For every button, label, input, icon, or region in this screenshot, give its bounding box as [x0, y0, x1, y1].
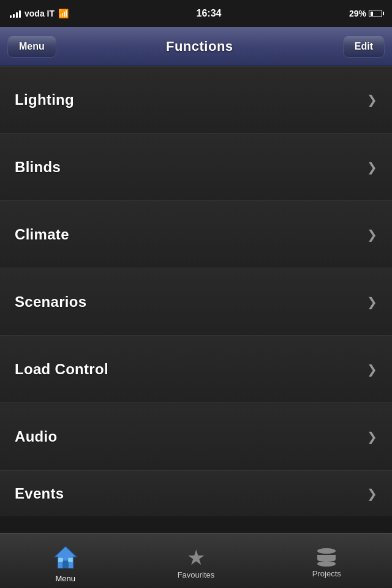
- menu-button[interactable]: Menu: [7, 36, 56, 58]
- list-item[interactable]: Scenarios ❯: [0, 268, 392, 336]
- status-time: 16:34: [197, 8, 222, 19]
- tab-projects[interactable]: Projects: [262, 543, 392, 578]
- list-item-label: Events: [15, 485, 64, 502]
- edit-button[interactable]: Edit: [343, 36, 385, 58]
- list-item[interactable]: Lighting ❯: [0, 66, 392, 134]
- status-bar: voda IT 📶 16:34 29%: [0, 0, 392, 27]
- carrier-label: voda IT: [24, 9, 55, 18]
- tab-menu[interactable]: Menu: [0, 538, 130, 583]
- list-item-label: Blinds: [15, 159, 61, 176]
- list-item-label: Lighting: [15, 91, 74, 108]
- tab-favourites-label: Favourites: [178, 570, 215, 579]
- svg-rect-3: [68, 558, 73, 562]
- star-icon: ★: [187, 547, 205, 568]
- chevron-right-icon: ❯: [367, 362, 377, 377]
- list-item-label: Climate: [15, 226, 69, 243]
- chevron-right-icon: ❯: [367, 486, 377, 501]
- list-item-label: Scenarios: [15, 293, 86, 311]
- list-item[interactable]: Load Control ❯: [0, 336, 392, 403]
- chevron-right-icon: ❯: [367, 160, 377, 175]
- chevron-right-icon: ❯: [367, 227, 377, 242]
- tab-favourites[interactable]: ★ Favourites: [130, 542, 261, 579]
- functions-list: Lighting ❯ Blinds ❯ Climate ❯ Scenarios …: [0, 66, 392, 516]
- list-item[interactable]: Blinds ❯: [0, 134, 392, 201]
- chevron-right-icon: ❯: [367, 295, 377, 309]
- nav-bar: Menu Functions Edit: [0, 27, 392, 66]
- list-item[interactable]: Events ❯: [0, 470, 392, 516]
- tab-menu-label: Menu: [55, 574, 75, 583]
- page-title: Functions: [166, 39, 233, 55]
- signal-bars-icon: [10, 9, 21, 18]
- chevron-right-icon: ❯: [367, 429, 377, 444]
- list-item[interactable]: Audio ❯: [0, 403, 392, 470]
- wifi-icon: 📶: [58, 9, 69, 18]
- battery-icon: [369, 10, 382, 17]
- battery-fill: [371, 12, 374, 16]
- battery-percent-label: 29%: [349, 9, 366, 18]
- svg-rect-1: [62, 561, 67, 568]
- status-left: voda IT 📶: [10, 9, 69, 18]
- list-item[interactable]: Climate ❯: [0, 201, 392, 268]
- list-item-label: Audio: [15, 428, 57, 445]
- chevron-right-icon: ❯: [367, 92, 377, 107]
- status-right: 29%: [349, 9, 382, 18]
- tab-projects-label: Projects: [312, 569, 341, 578]
- database-icon: [317, 548, 336, 567]
- svg-rect-2: [58, 558, 63, 562]
- list-item-label: Load Control: [15, 361, 108, 378]
- home-icon: [51, 543, 80, 571]
- tab-bar: Menu ★ Favourites Projects: [0, 533, 392, 588]
